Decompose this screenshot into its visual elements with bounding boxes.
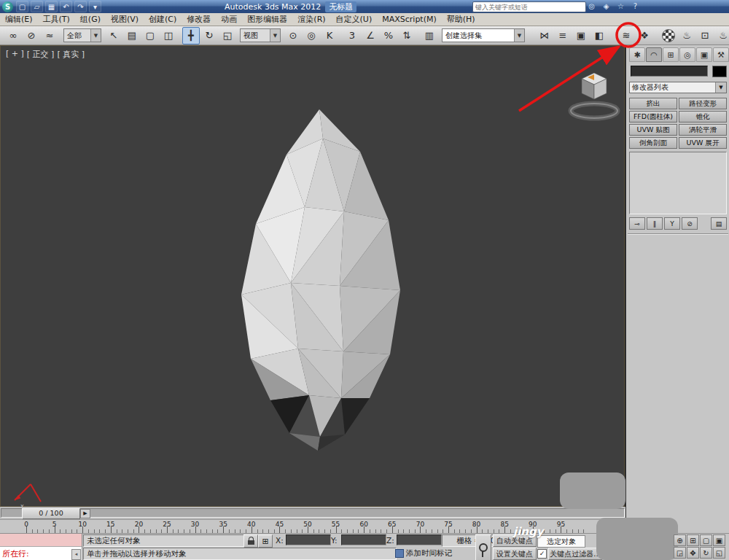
- key-selection-set-dropdown[interactable]: 选定对象: [537, 535, 585, 548]
- viewport-general-menu[interactable]: [ + ]: [6, 49, 24, 60]
- open-file-icon[interactable]: ▱: [31, 1, 43, 12]
- key-filters-button[interactable]: 关键点过滤器...: [548, 548, 602, 560]
- communication-center-icon[interactable]: ◈: [601, 1, 612, 12]
- pin-stack-button[interactable]: ⊸: [629, 217, 645, 230]
- percent-snap-icon[interactable]: %: [380, 27, 397, 44]
- select-and-scale-icon[interactable]: ◱: [219, 27, 236, 44]
- zoom-icon[interactable]: ⊕: [674, 534, 686, 546]
- menu-item-7[interactable]: 图形编辑器: [242, 13, 292, 26]
- menu-item-0[interactable]: 编辑(E): [0, 13, 38, 26]
- zoom-all-icon[interactable]: ⊞: [687, 534, 699, 546]
- help-icon[interactable]: ?: [630, 1, 641, 12]
- window-crossing-toggle-icon[interactable]: ◫: [160, 27, 177, 44]
- object-color-swatch[interactable]: [712, 66, 727, 77]
- tab-motion[interactable]: ◎: [679, 47, 695, 62]
- orbit-icon[interactable]: ↻: [700, 547, 712, 559]
- pan-icon[interactable]: ✥: [687, 547, 699, 559]
- listener-scroll-button[interactable]: ◂: [71, 549, 81, 560]
- spinner-snap-icon[interactable]: ⇅: [398, 27, 416, 44]
- configure-modifier-sets-button[interactable]: ▤: [711, 217, 727, 230]
- object-name-field[interactable]: [631, 66, 708, 77]
- modifier-button-2[interactable]: FFD(圆柱体): [629, 111, 677, 122]
- y-coordinate-field[interactable]: [341, 534, 386, 545]
- select-by-name-icon[interactable]: ▤: [123, 27, 141, 44]
- select-and-rotate-icon[interactable]: ↻: [200, 27, 218, 44]
- zoom-extents-icon[interactable]: ▢: [700, 534, 712, 546]
- zoom-region-icon[interactable]: ◲: [674, 547, 686, 559]
- zoom-extents-all-icon[interactable]: ▣: [713, 534, 725, 546]
- menu-item-8[interactable]: 渲染(R): [292, 13, 330, 26]
- search-icon[interactable]: ◎: [586, 1, 597, 12]
- time-slider-handle[interactable]: 0 / 100: [22, 508, 80, 519]
- menu-item-10[interactable]: MAXScript(M): [377, 13, 442, 26]
- set-key-mode-button[interactable]: [475, 534, 491, 560]
- modifier-list-dropdown[interactable]: 修改器列表 ▼: [629, 82, 727, 93]
- key-filters-checkbox[interactable]: ✓: [537, 549, 547, 559]
- modifier-button-6[interactable]: 倒角剖面: [629, 137, 677, 149]
- modifier-button-5[interactable]: 涡轮平滑: [679, 124, 727, 136]
- show-end-result-button[interactable]: ‖: [647, 217, 663, 230]
- favorites-icon[interactable]: ☆: [615, 1, 626, 12]
- make-unique-button[interactable]: Y: [664, 217, 680, 230]
- select-and-move-icon[interactable]: ╋: [182, 27, 200, 44]
- graphite-modeling-toggle-icon[interactable]: ◧: [590, 27, 608, 44]
- menu-item-1[interactable]: 工具(T): [38, 13, 75, 26]
- menu-item-4[interactable]: 创建(C): [144, 13, 182, 26]
- new-file-icon[interactable]: ▢: [16, 1, 28, 12]
- viewport-orthographic[interactable]: [ + ][ 正交 ][ 真实 ]: [0, 45, 625, 507]
- schematic-view-icon[interactable]: ❖: [636, 27, 653, 44]
- selection-filter-dropdown[interactable]: 全部▼: [63, 28, 101, 42]
- modifier-button-3[interactable]: 锥化: [679, 111, 727, 122]
- maxscript-mini-listener[interactable]: 所在行: ◂: [0, 534, 82, 560]
- z-coordinate-field[interactable]: [397, 534, 442, 545]
- set-keys-button[interactable]: 设置关键点: [493, 548, 537, 560]
- align-icon[interactable]: ≡: [554, 27, 572, 44]
- material-editor-icon[interactable]: [660, 27, 677, 44]
- tab-modify[interactable]: ◠: [646, 47, 662, 62]
- rendered-frame-window-icon[interactable]: ⊡: [696, 27, 714, 44]
- edit-named-selection-sets-icon[interactable]: ▥: [421, 27, 438, 44]
- menu-item-6[interactable]: 动画: [216, 13, 242, 26]
- viewport-pov-menu[interactable]: [ 正交 ]: [27, 49, 55, 60]
- use-pivot-point-center-icon[interactable]: ⊙: [284, 27, 302, 44]
- time-slider-track[interactable]: [1, 508, 625, 518]
- workspace-dropdown-icon[interactable]: ▾: [89, 1, 101, 12]
- render-production-icon[interactable]: ♨: [714, 27, 729, 44]
- select-and-manipulate-icon[interactable]: ◎: [303, 27, 320, 44]
- tab-create[interactable]: ✱: [629, 47, 645, 62]
- select-and-link-icon[interactable]: ∞: [4, 27, 22, 44]
- curve-editor-icon[interactable]: ≋: [617, 27, 635, 44]
- app-logo-icon[interactable]: S: [2, 1, 13, 12]
- tab-utilities[interactable]: ⚒: [713, 47, 729, 62]
- egg-mesh-object[interactable]: [0, 45, 625, 507]
- keyboard-shortcut-override-icon[interactable]: K: [321, 27, 338, 44]
- menu-item-2[interactable]: 组(G): [75, 13, 106, 26]
- selection-lock-toggle[interactable]: [243, 534, 258, 548]
- modifier-button-0[interactable]: 挤出: [629, 98, 677, 109]
- bind-to-space-warp-icon[interactable]: ≈: [41, 27, 58, 44]
- tab-hierarchy[interactable]: ⊞: [663, 47, 679, 62]
- reference-coordinate-system-dropdown[interactable]: 视图▼: [240, 28, 281, 42]
- menu-item-3[interactable]: 视图(V): [106, 13, 144, 26]
- search-input[interactable]: [472, 1, 586, 12]
- mirror-icon[interactable]: ⋈: [536, 27, 553, 44]
- menu-item-9[interactable]: 自定义(U): [331, 13, 378, 26]
- redo-icon[interactable]: ↷: [74, 1, 87, 12]
- select-object-icon[interactable]: ↖: [105, 27, 122, 44]
- add-time-tag-button[interactable]: 添加时间标记: [395, 548, 475, 559]
- angle-snap-icon[interactable]: ∠: [362, 27, 379, 44]
- modifier-button-4[interactable]: UVW 贴图: [629, 124, 677, 136]
- menu-item-5[interactable]: 修改器: [182, 13, 216, 26]
- menu-item-11[interactable]: 帮助(H): [442, 13, 480, 26]
- layer-manager-icon[interactable]: ▣: [572, 27, 590, 44]
- snaps-toggle-icon[interactable]: 3: [343, 27, 361, 44]
- unlink-selection-icon[interactable]: ⊘: [23, 27, 40, 44]
- maximize-viewport-icon[interactable]: ◱: [713, 547, 725, 559]
- tab-display[interactable]: ▣: [696, 47, 712, 62]
- modifier-button-7[interactable]: UVW 展开: [679, 137, 727, 149]
- modifier-button-1[interactable]: 路径变形: [679, 98, 727, 109]
- viewport-shading-menu[interactable]: [ 真实 ]: [57, 49, 85, 60]
- absolute-mode-toggle[interactable]: ⊞: [258, 534, 273, 548]
- listener-script-row[interactable]: 所在行:: [0, 547, 82, 560]
- remove-modifier-button[interactable]: ⊘: [682, 217, 698, 230]
